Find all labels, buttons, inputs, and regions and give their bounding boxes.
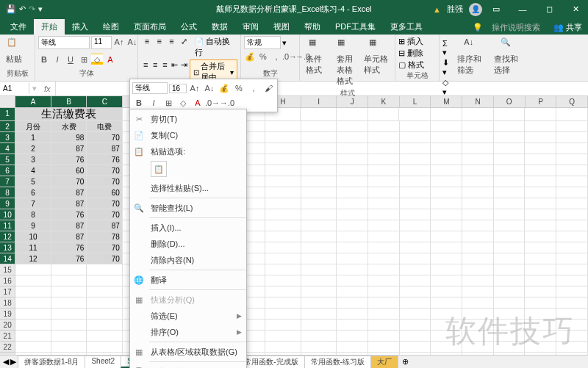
cell[interactable] [15, 264, 51, 275]
cell[interactable] [337, 242, 368, 253]
cell[interactable] [494, 342, 526, 353]
cell[interactable] [51, 264, 87, 275]
cell[interactable] [525, 286, 556, 297]
cm-filter[interactable]: 筛选(E)▶ [130, 308, 246, 324]
cell[interactable] [431, 108, 462, 121]
cell[interactable] [494, 331, 526, 342]
cell[interactable]: 70 [87, 253, 123, 264]
cell[interactable] [525, 176, 556, 187]
cell[interactable] [265, 143, 301, 154]
cell[interactable] [525, 331, 556, 342]
cell[interactable]: 4 [15, 165, 51, 176]
ribbon-options-icon[interactable]: ▭ [484, 0, 509, 18]
mt-accounting-icon[interactable]: 💰 [218, 82, 231, 95]
indent-inc-icon[interactable]: ⇥ [180, 59, 189, 70]
cm-insert-comment[interactable]: 💬插入批注(M) [130, 364, 246, 368]
cell[interactable] [51, 297, 87, 309]
cell[interactable] [494, 275, 526, 286]
cell[interactable] [337, 342, 368, 353]
cell[interactable] [431, 342, 462, 353]
cell[interactable] [15, 297, 51, 309]
cell[interactable] [525, 253, 556, 264]
cell[interactable] [462, 154, 494, 165]
cell[interactable] [431, 309, 462, 320]
cell[interactable] [400, 331, 431, 342]
sheet-tab[interactable]: Sheet2 [85, 356, 121, 368]
ribbon-tab[interactable]: 绘图 [96, 19, 126, 35]
cell[interactable] [462, 309, 494, 320]
row-header[interactable]: 15 [0, 264, 15, 275]
ribbon-tab[interactable]: 帮助 [297, 19, 328, 35]
cell[interactable] [525, 297, 556, 309]
cell[interactable]: 76 [51, 253, 87, 264]
cell[interactable] [301, 132, 337, 143]
cell[interactable] [431, 297, 462, 309]
cell[interactable] [368, 220, 400, 231]
cell[interactable] [525, 309, 556, 320]
cm-delete[interactable]: 删除(D)... [130, 236, 246, 252]
cell[interactable] [301, 176, 337, 187]
sheet-tab[interactable]: 大厂 [370, 356, 398, 368]
cell[interactable]: 60 [87, 187, 123, 198]
warning-icon[interactable]: ▲ [433, 5, 441, 14]
fx-icon[interactable]: fx [40, 84, 55, 93]
cell[interactable] [494, 297, 526, 309]
cell[interactable] [15, 331, 51, 342]
cell[interactable]: 76 [51, 154, 87, 165]
cm-from-table[interactable]: ▦从表格/区域获取数据(G) [130, 344, 246, 360]
cell[interactable] [462, 264, 494, 275]
sort-filter-button[interactable]: A↓排序和筛选 [454, 36, 488, 77]
cell[interactable] [301, 242, 337, 253]
clear-button[interactable]: ◇ ▾ [442, 78, 451, 97]
cell[interactable] [301, 320, 337, 331]
cell[interactable] [337, 320, 368, 331]
delete-cells-button[interactable]: ⊟ 删除 [398, 48, 423, 59]
row-header[interactable]: 2 [0, 121, 15, 132]
mt-comma-icon[interactable]: , [247, 82, 260, 95]
cell[interactable] [494, 286, 526, 297]
row-header[interactable]: 16 [0, 275, 15, 286]
cell[interactable] [368, 297, 400, 309]
cell[interactable] [368, 143, 400, 154]
cell[interactable] [462, 231, 494, 242]
cell[interactable] [368, 286, 400, 297]
redo-icon[interactable]: ↷ [29, 4, 35, 14]
font-family-select[interactable]: 等线 [38, 36, 90, 49]
cell[interactable] [494, 242, 526, 253]
align-bottom-icon[interactable]: ≡ [166, 36, 178, 46]
cell[interactable] [265, 264, 301, 275]
cell[interactable] [368, 108, 400, 121]
conditional-format-button[interactable]: ▦条件格式 [303, 36, 329, 77]
cell[interactable] [462, 220, 494, 231]
cell[interactable]: 70 [87, 209, 123, 220]
cell[interactable] [15, 320, 51, 331]
row-header[interactable]: 9 [0, 198, 15, 209]
column-header[interactable]: P [526, 96, 557, 108]
cell[interactable]: 70 [51, 176, 87, 187]
mt-italic-button[interactable]: I [147, 96, 160, 109]
cell[interactable] [462, 331, 494, 342]
cell[interactable] [556, 297, 588, 309]
cell[interactable]: 87 [51, 198, 87, 209]
cell[interactable] [556, 342, 588, 353]
cell[interactable] [525, 198, 556, 209]
row-header[interactable]: 4 [0, 143, 15, 154]
cell[interactable] [556, 264, 588, 275]
cm-sort[interactable]: 排序(O)▶ [130, 324, 246, 340]
cell[interactable] [525, 220, 556, 231]
cell[interactable] [525, 165, 556, 176]
cell[interactable] [368, 320, 400, 331]
cell[interactable] [525, 231, 556, 242]
cell[interactable] [556, 108, 588, 121]
cell[interactable] [556, 165, 588, 176]
cell[interactable] [265, 231, 301, 242]
cell[interactable] [265, 320, 301, 331]
cm-clear[interactable]: 清除内容(N) [130, 252, 246, 268]
align-right-icon[interactable]: ≡ [160, 59, 169, 70]
cell[interactable] [368, 331, 400, 342]
cell[interactable] [87, 342, 123, 353]
tab-next-icon[interactable]: ▶ [10, 357, 16, 367]
row-header[interactable]: 22 [0, 342, 15, 353]
qat-more-icon[interactable]: ▾ [38, 4, 43, 14]
cell[interactable]: 76 [51, 242, 87, 253]
